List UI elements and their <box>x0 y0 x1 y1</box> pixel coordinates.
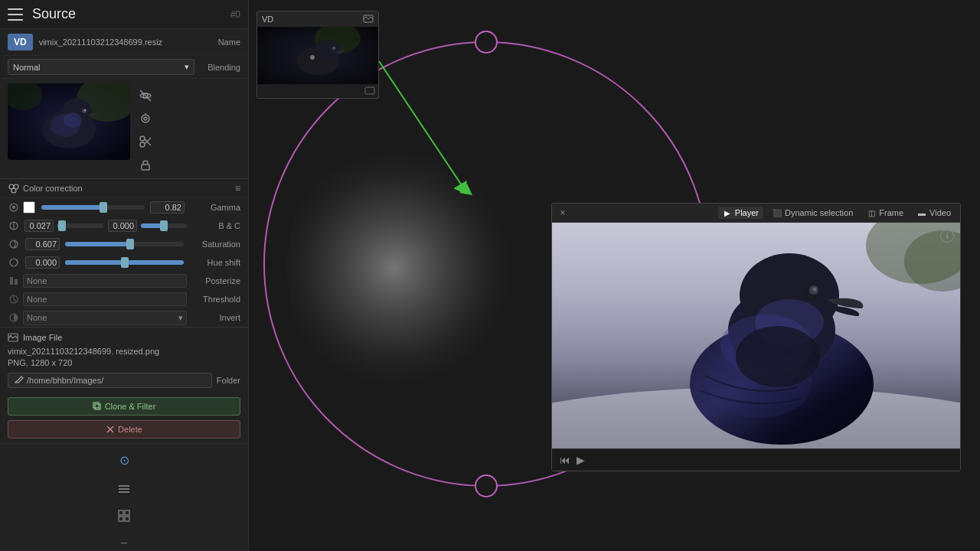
image-file-header: Image File <box>8 332 240 343</box>
sidebar-bottom-icons: ⊙ − <box>0 443 248 551</box>
svg-point-26 <box>10 240 18 248</box>
posterize-select[interactable]: None <box>23 274 187 288</box>
hue-fill <box>65 260 125 265</box>
contrast-thumb[interactable] <box>160 220 168 231</box>
name-label: Name <box>194 37 240 47</box>
menu-icon[interactable] <box>8 8 23 21</box>
contrast-slider[interactable] <box>141 223 187 228</box>
hue-slider[interactable] <box>65 260 184 265</box>
play-button[interactable]: ▶ <box>577 454 585 466</box>
node-foot-icon <box>364 86 375 96</box>
tab-dynamic-label: Dynamic selection <box>785 208 853 217</box>
tab-frame-label: Frame <box>879 208 903 217</box>
rewind-button[interactable]: ⏮ <box>560 454 570 466</box>
svg-rect-43 <box>119 517 123 521</box>
svg-marker-51 <box>453 181 472 198</box>
image-thumb-icon <box>363 14 374 24</box>
brightness-value[interactable]: 0.027 <box>24 220 54 232</box>
bc-icon <box>8 220 20 232</box>
hide-icon[interactable] <box>136 86 155 105</box>
folder-path-btn[interactable]: /home/bhbn/Images/ <box>8 373 212 388</box>
player-header: × ▶ Player ⬛ Dynamic selection ◫ Frame ▬… <box>552 204 960 223</box>
color-correction-header: Color correction ≡ <box>0 178 248 198</box>
info-icon[interactable]: i <box>940 229 954 243</box>
tool-icons <box>136 83 155 174</box>
svg-point-23 <box>12 206 15 209</box>
svg-rect-35 <box>93 403 99 408</box>
contrast-value[interactable]: 0.000 <box>108 220 137 232</box>
gamma-thumb[interactable] <box>100 202 107 213</box>
posterize-value: None <box>27 276 47 285</box>
svg-rect-40 <box>119 491 129 493</box>
svg-point-58 <box>334 47 335 49</box>
tab-frame[interactable]: ◫ Frame <box>862 207 908 219</box>
blending-select[interactable]: Normal ▾ <box>8 59 194 75</box>
page-title: Source <box>32 6 230 22</box>
saturation-fill <box>65 242 130 246</box>
brightness-thumb[interactable] <box>58 220 66 231</box>
tab-dynamic-selection[interactable]: ⬛ Dynamic selection <box>768 207 858 219</box>
gamma-icon <box>8 201 20 214</box>
svg-rect-18 <box>142 165 149 170</box>
svg-point-12 <box>144 117 147 120</box>
sidebar: Source #0 VD vimix_20211103212348699.res… <box>0 0 249 551</box>
tab-player[interactable]: ▶ Player <box>718 207 763 219</box>
saturation-slider[interactable] <box>65 242 184 246</box>
invert-select[interactable]: None ▾ <box>23 311 187 325</box>
clone-icon <box>93 402 102 411</box>
vd-badge: VD <box>8 34 33 51</box>
player-controls: ⏮ ▶ <box>552 448 960 471</box>
saturation-icon <box>8 238 20 250</box>
delete-button[interactable]: Delete <box>8 420 240 439</box>
svg-point-56 <box>315 40 340 60</box>
svg-rect-41 <box>119 510 123 515</box>
bc-label: B & C <box>187 221 240 230</box>
grid-icon[interactable] <box>112 504 136 528</box>
svg-rect-44 <box>125 517 129 521</box>
svg-point-6 <box>84 109 87 112</box>
layers-icon[interactable] <box>112 476 136 500</box>
invert-label: Invert <box>187 313 240 322</box>
brightness-slider[interactable] <box>57 223 103 228</box>
node-footer <box>257 84 378 98</box>
gamma-row: 0.82 Gamma <box>0 198 248 217</box>
scissors-icon[interactable] <box>136 132 155 151</box>
audio-icon[interactable] <box>136 109 155 128</box>
gamma-value[interactable]: 0.82 <box>150 201 185 214</box>
tab-video[interactable]: ▬ Video <box>913 207 956 219</box>
gamma-slider[interactable] <box>41 205 145 210</box>
image-file-icon <box>8 332 18 343</box>
invert-row: None ▾ Invert <box>0 308 248 327</box>
crow-preview-svg <box>8 83 130 160</box>
blending-chevron-icon: ▾ <box>185 62 189 72</box>
saturation-value[interactable]: 0.607 <box>25 238 60 250</box>
color-swatch[interactable] <box>23 201 35 214</box>
file-dimensions: PNG, 980 x 551 <box>8 357 240 369</box>
threshold-value: None <box>27 295 47 304</box>
svg-marker-50 <box>459 184 472 195</box>
bc-sliders: 0.027 0.000 <box>23 220 187 232</box>
node-header: VD <box>257 11 378 27</box>
action-buttons: Clone & Filter Delete <box>0 393 248 443</box>
player-crow-background: i <box>552 223 960 448</box>
delete-icon <box>106 425 115 434</box>
clone-filter-button[interactable]: Clone & Filter <box>8 397 240 416</box>
svg-point-74 <box>736 326 820 387</box>
minus-icon[interactable]: − <box>112 531 136 551</box>
cc-menu-icon[interactable]: ≡ <box>235 183 240 194</box>
hue-value[interactable]: 0.000 <box>25 256 60 269</box>
svg-point-15 <box>140 142 145 147</box>
blending-row: Normal ▾ Blending <box>0 56 248 79</box>
clone-label: Clone & Filter <box>105 402 156 411</box>
threshold-select[interactable]: None <box>23 292 187 306</box>
hue-thumb[interactable] <box>121 257 129 268</box>
svg-rect-39 <box>119 488 129 490</box>
folder-label: Folder <box>217 376 240 385</box>
player-close-button[interactable]: × <box>557 207 569 219</box>
lock-icon[interactable] <box>136 155 155 174</box>
svg-rect-34 <box>95 404 100 409</box>
player-crow-svg <box>552 223 960 448</box>
video-tab-icon: ▬ <box>917 208 926 217</box>
saturation-thumb[interactable] <box>126 239 134 249</box>
circle-mode-icon[interactable]: ⊙ <box>112 448 136 473</box>
